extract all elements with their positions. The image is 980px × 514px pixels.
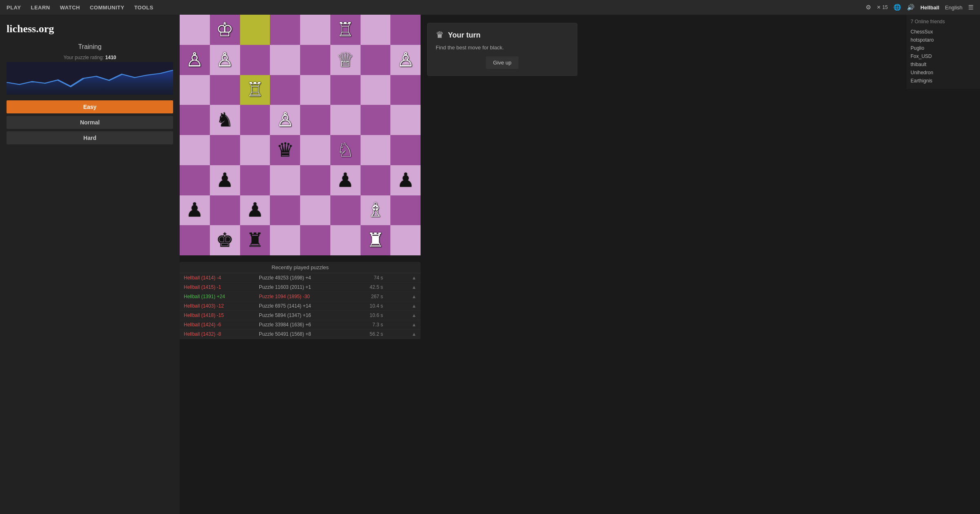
board-cell[interactable]: ♖ bbox=[240, 75, 270, 105]
site-logo[interactable]: lichess.org bbox=[7, 23, 173, 35]
board-cell[interactable]: ♙ bbox=[390, 45, 421, 75]
nav-play[interactable]: PLAY bbox=[7, 4, 21, 11]
puzzle-user-3: Hellball (1391) +24 bbox=[184, 294, 233, 299]
nav-learn[interactable]: LEARN bbox=[31, 4, 50, 11]
chess-board[interactable]: ♔♖♙♙♕♙♖♞♙♛♘♟♟♟♟♟♗♚♜♜ bbox=[180, 15, 421, 255]
board-cell[interactable] bbox=[180, 75, 210, 105]
give-up-button[interactable]: Give up bbox=[486, 56, 519, 69]
board-cell[interactable] bbox=[390, 225, 421, 255]
board-cell[interactable]: ♔ bbox=[210, 15, 240, 45]
board-cell[interactable] bbox=[180, 135, 210, 165]
board-cell[interactable]: ♙ bbox=[180, 45, 210, 75]
nav-watch[interactable]: WATCH bbox=[60, 4, 80, 11]
board-cell[interactable] bbox=[210, 195, 240, 226]
board-cell[interactable]: ♟ bbox=[210, 165, 240, 195]
difficulty-normal-button[interactable]: Normal bbox=[7, 116, 173, 129]
board-cell[interactable] bbox=[390, 135, 421, 165]
board-cell[interactable]: ♚ bbox=[210, 225, 240, 255]
friend-puglio[interactable]: Puglio bbox=[911, 44, 976, 52]
board-cell[interactable]: ♞ bbox=[210, 105, 240, 135]
board-cell[interactable] bbox=[390, 75, 421, 105]
friend-thibault[interactable]: thibault bbox=[911, 60, 976, 69]
board-cell[interactable]: ♙ bbox=[270, 105, 300, 135]
puzzle-row[interactable]: Hellball (1391) +24 Puzzle 1094 (1895) -… bbox=[180, 292, 421, 301]
board-cell[interactable] bbox=[180, 225, 210, 255]
white-piece: ♖ bbox=[246, 80, 264, 100]
board-cell[interactable] bbox=[330, 75, 361, 105]
friend-fox-usd[interactable]: Fox_USD bbox=[911, 52, 976, 60]
board-cell[interactable] bbox=[390, 195, 421, 226]
globe-icon[interactable]: 🌐 bbox=[893, 4, 901, 11]
board-cell[interactable] bbox=[240, 135, 270, 165]
board-cell[interactable]: ♟ bbox=[330, 165, 361, 195]
board-cell[interactable] bbox=[300, 165, 330, 195]
puzzle-row[interactable]: Hellball (1414) -4 Puzzle 49253 (1698) +… bbox=[180, 273, 421, 283]
board-cell[interactable] bbox=[300, 135, 330, 165]
board-cell[interactable] bbox=[361, 165, 391, 195]
board-cell[interactable] bbox=[180, 105, 210, 135]
board-cell[interactable] bbox=[390, 105, 421, 135]
board-cell[interactable]: ♙ bbox=[210, 45, 240, 75]
menu-icon[interactable]: ☰ bbox=[968, 4, 973, 11]
board-cell[interactable] bbox=[270, 45, 300, 75]
sound-icon[interactable]: 🔊 bbox=[907, 4, 915, 11]
puzzle-row[interactable]: Hellball (1403) -12 Puzzle 6975 (1414) +… bbox=[180, 301, 421, 311]
board-cell[interactable]: ♟ bbox=[240, 195, 270, 226]
board-cell[interactable] bbox=[270, 75, 300, 105]
puzzle-row[interactable]: Hellball (1418) -15 Puzzle 5894 (1347) +… bbox=[180, 311, 421, 320]
board-cell[interactable]: ♘ bbox=[330, 135, 361, 165]
board-cell[interactable]: ♜ bbox=[361, 225, 391, 255]
board-cell[interactable] bbox=[300, 75, 330, 105]
board-cell[interactable] bbox=[330, 105, 361, 135]
board-cell[interactable]: ♜ bbox=[240, 225, 270, 255]
board-cell[interactable]: ♕ bbox=[330, 45, 361, 75]
friend-chesssux[interactable]: ChessSux bbox=[911, 28, 976, 36]
nav-community[interactable]: COMMUNITY bbox=[90, 4, 125, 11]
board-cell[interactable] bbox=[240, 15, 270, 45]
board-cell[interactable] bbox=[300, 15, 330, 45]
tools-icon[interactable]: ⚙ bbox=[866, 4, 871, 11]
board-cell[interactable] bbox=[300, 105, 330, 135]
friend-earthignis[interactable]: Earthignis bbox=[911, 77, 976, 85]
board-cell[interactable] bbox=[330, 195, 361, 226]
board-cell[interactable] bbox=[180, 165, 210, 195]
board-cell[interactable] bbox=[330, 225, 361, 255]
board-cell[interactable] bbox=[240, 105, 270, 135]
username-label[interactable]: Hellball bbox=[920, 4, 939, 11]
board-cell[interactable] bbox=[300, 225, 330, 255]
board-cell[interactable] bbox=[270, 15, 300, 45]
board-cell[interactable] bbox=[361, 135, 391, 165]
friend-unihedron[interactable]: Unihedron bbox=[911, 69, 976, 77]
board-cell[interactable] bbox=[361, 75, 391, 105]
board-area: ♔♖♙♙♕♙♖♞♙♛♘♟♟♟♟♟♗♚♜♜ H G F E D C B A Rec… bbox=[180, 15, 421, 514]
board-cell[interactable]: ♖ bbox=[330, 15, 361, 45]
difficulty-hard-button[interactable]: Hard bbox=[7, 131, 173, 144]
board-cell[interactable] bbox=[210, 135, 240, 165]
board-cell[interactable] bbox=[361, 105, 391, 135]
puzzle-user-1: Hellball (1414) -4 bbox=[184, 275, 233, 281]
nav-tools[interactable]: TOOLS bbox=[134, 4, 154, 11]
difficulty-easy-button[interactable]: Easy bbox=[7, 100, 173, 113]
board-cell[interactable] bbox=[210, 75, 240, 105]
board-cell[interactable] bbox=[361, 45, 391, 75]
board-cell[interactable] bbox=[270, 165, 300, 195]
puzzle-row[interactable]: Hellball (1424) -6 Puzzle 33984 (1636) +… bbox=[180, 320, 421, 330]
board-cell[interactable] bbox=[300, 195, 330, 226]
board-cell[interactable] bbox=[361, 15, 391, 45]
puzzle-row[interactable]: Hellball (1432) -8 Puzzle 50491 (1568) +… bbox=[180, 330, 421, 339]
friend-hotspotaro[interactable]: hotspotaro bbox=[911, 36, 976, 44]
board-cell[interactable] bbox=[240, 165, 270, 195]
board-cell[interactable] bbox=[300, 45, 330, 75]
board-cell[interactable]: ♟ bbox=[390, 165, 421, 195]
puzzle-time-4: 10.4 s bbox=[359, 303, 383, 309]
board-cell[interactable]: ♟ bbox=[180, 195, 210, 226]
board-cell[interactable]: ♛ bbox=[270, 135, 300, 165]
board-cell[interactable] bbox=[240, 45, 270, 75]
puzzle-row[interactable]: Hellball (1415) -1 Puzzle 11603 (2011) +… bbox=[180, 283, 421, 292]
board-cell[interactable] bbox=[180, 15, 210, 45]
puzzle-id-1: Puzzle 49253 (1698) +4 bbox=[259, 275, 332, 281]
board-cell[interactable] bbox=[270, 195, 300, 226]
board-cell[interactable]: ♗ bbox=[361, 195, 391, 226]
board-cell[interactable] bbox=[270, 225, 300, 255]
board-cell[interactable] bbox=[390, 15, 421, 45]
